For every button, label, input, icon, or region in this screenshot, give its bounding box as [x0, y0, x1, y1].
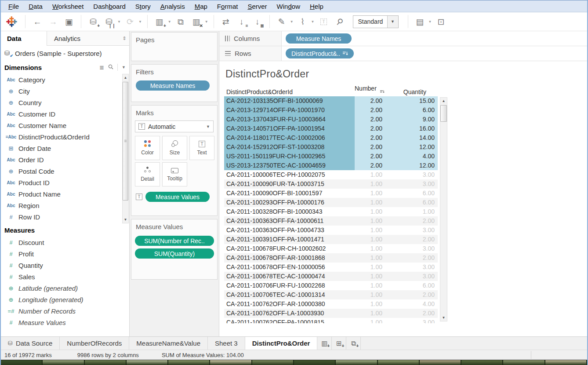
- data-source-item[interactable]: ⛁✔ Orders (Sample - Superstore): [1, 46, 129, 61]
- field-longitude-generated[interactable]: ⊕Longitude (generated): [1, 294, 129, 305]
- chevron-down-icon[interactable]: ▼: [168, 20, 171, 24]
- redo-icon[interactable]: →: [47, 15, 60, 29]
- field-region[interactable]: AbcRegion: [1, 200, 129, 211]
- table-row[interactable]: CA-2011-100678OFF-AR-100018681.002.00: [224, 253, 438, 263]
- tableau-logo-icon[interactable]: ✚✚✚✚✚: [5, 15, 18, 28]
- field-product-id[interactable]: AbcProduct ID: [1, 177, 129, 188]
- field-order-id[interactable]: AbcOrder ID: [1, 154, 129, 165]
- table-row[interactable]: CA-2011-100090FUR-TA-100037151.003.00: [224, 179, 438, 189]
- highlight-icon[interactable]: ✎: [275, 15, 288, 29]
- menu-format[interactable]: Format: [212, 1, 243, 11]
- pill-measure-names[interactable]: Measure Names: [286, 33, 352, 44]
- chevron-down-icon[interactable]: ▼: [290, 20, 294, 24]
- fit-selector[interactable]: Standard▼: [353, 15, 399, 28]
- new-story-tab-icon[interactable]: ⧉+: [346, 337, 361, 350]
- menu-help[interactable]: Help: [305, 1, 328, 11]
- table-row[interactable]: CA-2011-100293OFF-PA-100001761.006.00: [224, 198, 438, 207]
- scroll-down-icon[interactable]: ▼: [440, 314, 447, 321]
- sheet-tab-data-source[interactable]: ⛁Data Source: [1, 337, 60, 350]
- menu-data[interactable]: Data: [24, 1, 47, 11]
- tooltip-button[interactable]: Tooltip: [162, 162, 187, 186]
- run-update-icon[interactable]: ⟳: [123, 15, 137, 29]
- color-button[interactable]: Color: [135, 136, 160, 160]
- table-row[interactable]: CA-2013-129714OFF-PA-100019702.006.00: [224, 106, 438, 115]
- show-hide-cards-icon[interactable]: ▤: [414, 15, 427, 29]
- tab-data[interactable]: Data: [1, 31, 47, 46]
- new-data-source-icon[interactable]: ⛁+: [87, 15, 100, 29]
- presentation-mode-icon[interactable]: ⊡: [434, 15, 447, 29]
- clear-sheet-icon[interactable]: ▥✕: [190, 15, 203, 29]
- table-row[interactable]: CA-2011-100706TEC-AC-100013141.002.00: [224, 290, 438, 299]
- scrollbar-thumb[interactable]: [123, 82, 128, 201]
- column-header-quantity[interactable]: Quantity: [385, 88, 438, 95]
- pill-measure-names[interactable]: Measure Names: [136, 80, 210, 91]
- pill-sum-number-of-rec[interactable]: SUM(Number of Rec..: [135, 236, 214, 246]
- table-row[interactable]: CA-2011-100678TEC-AC-100004741.003.00: [224, 272, 438, 281]
- table-row[interactable]: CA-2011-100006TEC-PH-100020751.003.00: [224, 170, 438, 179]
- undo-icon[interactable]: ←: [31, 15, 44, 29]
- sheet-tab-distinctpro-order[interactable]: DistinctPro&Order: [245, 337, 318, 350]
- field-number-of-records[interactable]: =#Number of Records: [1, 305, 129, 317]
- menu-dashboard[interactable]: Dashboard: [88, 1, 130, 11]
- field-order-date[interactable]: ⊞Order Date: [1, 142, 129, 154]
- table-row[interactable]: CA-2011-100762OFF-AR-100003801.004.00: [224, 299, 438, 309]
- chevron-down-icon[interactable]: ▼: [311, 20, 315, 24]
- table-row[interactable]: CA-2014-118017TEC-AC-100020062.0014.00: [224, 133, 438, 142]
- menu-story[interactable]: Story: [131, 1, 156, 11]
- view-as-list-icon[interactable]: ≣: [99, 64, 104, 71]
- table-row[interactable]: CA-2012-103135OFF-BI-100000692.0015.00: [224, 96, 438, 106]
- mark-type-dropdown[interactable]: T Automatic ▼: [135, 120, 214, 132]
- size-button[interactable]: Size: [162, 136, 187, 160]
- chevron-down-icon[interactable]: ▼: [122, 65, 126, 69]
- paperclip-group-icon[interactable]: ⌇: [296, 15, 309, 29]
- text-button[interactable]: TText: [189, 136, 214, 160]
- dimensions-scrollbar[interactable]: ▲ ▼: [122, 74, 129, 223]
- field-latitude-generated[interactable]: ⊕Latitude (generated): [1, 282, 129, 294]
- field-quantity[interactable]: #Quantity: [1, 259, 129, 271]
- table-row[interactable]: CA-2014-152912OFF-ST-100032082.0012.00: [224, 142, 438, 152]
- table-row[interactable]: US-2011-150119FUR-CH-100029652.004.00: [224, 152, 438, 161]
- table-row[interactable]: CA-2011-100363OFF-PA-100047331.003.00: [224, 226, 438, 235]
- table-row[interactable]: CA-2011-100090OFF-BI-100015971.006.00: [224, 189, 438, 198]
- table-scrollbar[interactable]: ▲ ▼: [440, 97, 447, 321]
- chevron-down-icon[interactable]: ▼: [428, 20, 432, 24]
- field-row-id[interactable]: #Row ID: [1, 211, 129, 223]
- sort-ascending-icon[interactable]: ↓≡: [235, 15, 248, 29]
- sheet-tab-measurename-value[interactable]: MeasureName&Value: [129, 337, 208, 350]
- field-measure-values[interactable]: #Measure Values: [1, 317, 129, 328]
- field-profit[interactable]: #Profit: [1, 248, 129, 259]
- search-icon[interactable]: [108, 64, 113, 71]
- field-postal-code[interactable]: ⊕Postal Code: [1, 165, 129, 177]
- sort-descending-icon[interactable]: ↓≣: [251, 15, 264, 29]
- pane-toggle-icon[interactable]: ⇕: [120, 31, 129, 46]
- field-sales[interactable]: #Sales: [1, 271, 129, 282]
- column-header-id[interactable]: DistinctProduct&OrderId: [224, 88, 355, 95]
- field-discount[interactable]: #Discount: [1, 237, 129, 248]
- scroll-up-icon[interactable]: ▲: [123, 74, 128, 81]
- menu-file[interactable]: File: [4, 1, 24, 11]
- scrollbar-thumb[interactable]: [440, 105, 447, 122]
- field-city[interactable]: ⊕City: [1, 85, 129, 97]
- field-country[interactable]: ⊕Country: [1, 97, 129, 108]
- detail-button[interactable]: Detail: [135, 162, 160, 186]
- pill-measure-values[interactable]: Measure Values: [145, 192, 210, 202]
- menu-map[interactable]: Map: [190, 1, 212, 11]
- new-worksheet-icon[interactable]: ▥+: [153, 15, 166, 29]
- field-distinctproduct-orderid[interactable]: =AbcDistinctProduct&OrderId: [1, 131, 129, 142]
- table-row[interactable]: CA-2011-100678FUR-CH-100026021.003.00: [224, 244, 438, 253]
- sheet-tab-numberofrecords[interactable]: NumberOfRecords: [60, 337, 129, 350]
- new-dashboard-tab-icon[interactable]: ⊞+: [332, 337, 346, 350]
- new-worksheet-tab-icon[interactable]: ▥+: [317, 337, 332, 350]
- table-row[interactable]: US-2013-123750TEC-AC-100046592.0012.00: [224, 161, 438, 170]
- table-row[interactable]: CA-2011-100762OFF-PA-100018151.003.00: [224, 318, 438, 323]
- pill-distinctproduct[interactable]: DistinctProduct&..: [286, 48, 354, 58]
- field-customer-name[interactable]: AbcCustomer Name: [1, 120, 129, 131]
- table-row[interactable]: CA-2011-100363OFF-FA-100006111.002.00: [224, 216, 438, 226]
- sheet-tab-sheet-3[interactable]: Sheet 3: [208, 337, 245, 350]
- field-category[interactable]: AbcCategory: [1, 74, 129, 85]
- scroll-up-icon[interactable]: ▲: [440, 98, 447, 104]
- table-row[interactable]: CA-2011-100762OFF-LA-100039301.002.00: [224, 309, 438, 318]
- swap-rows-columns-icon[interactable]: ⇄: [219, 15, 232, 29]
- table-row[interactable]: CA-2013-137043FUR-FU-100036642.009.00: [224, 115, 438, 124]
- table-row[interactable]: CA-2013-140571OFF-PA-100019542.0016.00: [224, 124, 438, 133]
